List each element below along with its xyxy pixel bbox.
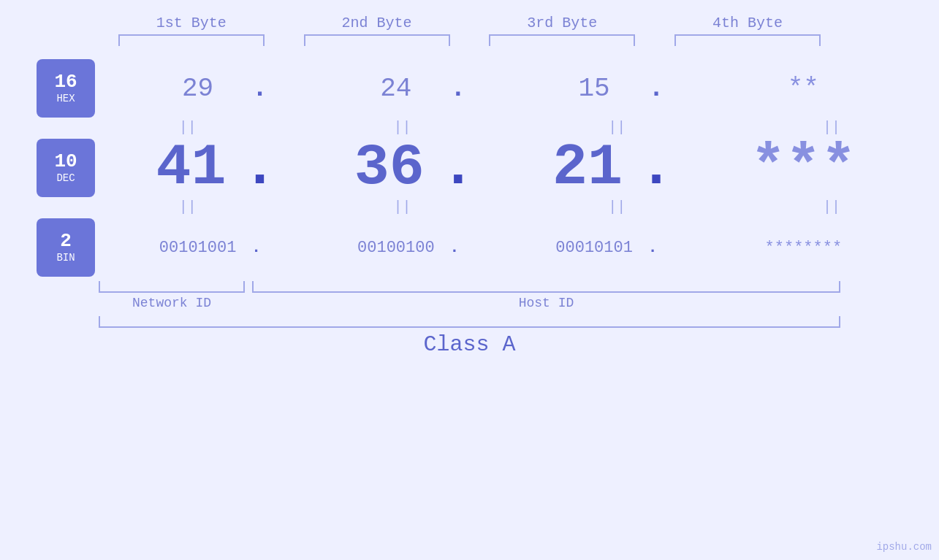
hex-val-3: 15 — [543, 74, 645, 104]
bin-base: 2 — [60, 231, 72, 250]
bin-dot-3: . — [642, 239, 664, 257]
bin-val-4: ******** — [756, 239, 851, 257]
bin-cell-3: 00010101 . — [525, 239, 685, 257]
bottom-bracket-section — [0, 281, 939, 293]
hex-cell-1: 29 . — [129, 74, 289, 104]
hex-val-4: ** — [752, 74, 854, 104]
equals-row-1: || || || || — [0, 119, 939, 136]
host-bracket — [252, 281, 840, 293]
eq-2-4: || — [759, 199, 905, 215]
byte-label-4: 4th Byte — [674, 15, 821, 31]
class-bracket-section — [0, 316, 939, 328]
bin-cell-1: 00101001 . — [129, 239, 289, 257]
bin-label: BIN — [56, 252, 75, 264]
bin-dot-1: . — [246, 239, 267, 257]
eq-1-2: || — [330, 119, 476, 136]
hex-cell-4: ** — [723, 74, 883, 104]
eq-1-3: || — [544, 119, 690, 136]
network-bracket — [99, 281, 245, 293]
dec-cell-1: 41 . — [129, 139, 289, 197]
bracket-1 — [118, 34, 265, 46]
dec-val-2: 36 — [338, 139, 441, 197]
main-container: 1st Byte 2nd Byte 3rd Byte 4th Byte 16 H… — [0, 0, 939, 560]
dec-cell-3: 21 . — [525, 139, 685, 197]
bin-cell-4: ******** — [723, 239, 883, 257]
dec-row: 10 DEC 41 . 36 . 21 . *** — [0, 139, 939, 197]
dec-badge: 10 DEC — [37, 139, 95, 197]
dec-val-4: *** — [750, 139, 856, 197]
bracket-4 — [674, 34, 821, 46]
bin-dot-2: . — [444, 239, 465, 257]
eq-2-3: || — [544, 199, 690, 215]
equals-row-2: || || || || — [0, 199, 939, 215]
class-bracket — [99, 316, 840, 328]
class-label: Class A — [0, 332, 939, 357]
byte-label-2: 2nd Byte — [304, 15, 450, 31]
byte-label-3: 3rd Byte — [489, 15, 635, 31]
dec-cell-4: *** — [723, 139, 883, 197]
hex-val-1: 29 — [147, 74, 249, 104]
dec-dot-3: . — [639, 139, 674, 197]
byte-label-1: 1st Byte — [118, 15, 265, 31]
dec-val-3: 21 — [536, 139, 639, 197]
eq-1-1: || — [115, 119, 261, 136]
bracket-2 — [304, 34, 450, 46]
hex-badge: 16 HEX — [37, 59, 95, 118]
id-labels: Network ID Host ID — [0, 296, 939, 310]
bin-row: 2 BIN 00101001 . 00100100 . 00010101 . *… — [0, 218, 939, 277]
hex-dot-3: . — [645, 74, 667, 104]
eq-2-1: || — [115, 199, 261, 215]
dec-dot-1: . — [243, 139, 278, 197]
hex-label: HEX — [56, 93, 75, 104]
dec-base: 10 — [54, 152, 77, 171]
dec-dot-2: . — [441, 139, 476, 197]
hex-base: 16 — [54, 72, 77, 91]
bin-cell-2: 00100100 . — [327, 239, 487, 257]
hex-cell-3: 15 . — [525, 74, 685, 104]
hex-dot-2: . — [447, 74, 469, 104]
bin-val-2: 00100100 — [349, 239, 444, 257]
header-row: 1st Byte 2nd Byte 3rd Byte 4th Byte — [0, 15, 939, 31]
dec-label: DEC — [56, 172, 75, 184]
hex-val-2: 24 — [345, 74, 447, 104]
bin-values: 00101001 . 00100100 . 00010101 . *******… — [95, 239, 902, 257]
hex-cell-2: 24 . — [327, 74, 487, 104]
top-brackets — [0, 34, 939, 46]
eq-1-4: || — [759, 119, 905, 136]
bracket-3 — [489, 34, 635, 46]
bin-val-3: 00010101 — [547, 239, 642, 257]
bin-val-1: 00101001 — [151, 239, 246, 257]
host-id-label: Host ID — [252, 296, 840, 310]
dec-values: 41 . 36 . 21 . *** — [95, 139, 902, 197]
bin-badge: 2 BIN — [37, 218, 95, 277]
hex-dot-1: . — [249, 74, 271, 104]
hex-row: 16 HEX 29 . 24 . 15 . ** — [0, 59, 939, 118]
dec-val-1: 41 — [140, 139, 243, 197]
watermark: ipshu.com — [876, 541, 932, 553]
network-id-label: Network ID — [99, 296, 245, 310]
eq-2-2: || — [330, 199, 476, 215]
hex-values: 29 . 24 . 15 . ** — [95, 74, 902, 104]
dec-cell-2: 36 . — [327, 139, 487, 197]
